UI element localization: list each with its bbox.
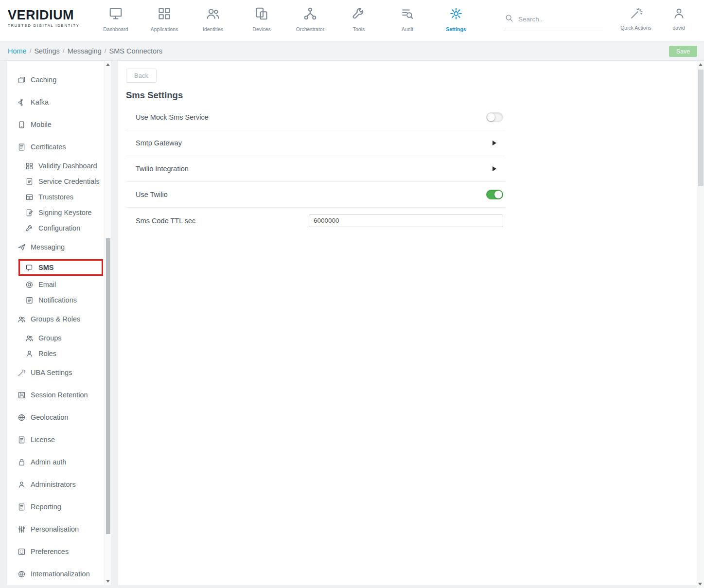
use-twilio-label: Use Twilio — [136, 191, 168, 198]
admin-auth-icon — [18, 458, 26, 466]
sidebar-item-truststores[interactable]: Truststores — [7, 189, 111, 205]
sidebar-item-caching[interactable]: Caching — [7, 69, 111, 91]
use-mock-sms-service-toggle[interactable] — [486, 112, 503, 122]
save-button[interactable]: Save — [669, 46, 697, 57]
sidebar-item-geolocation[interactable]: Geolocation — [7, 406, 111, 428]
sidebar-item-label: Certificates — [31, 142, 66, 152]
nav-settings[interactable]: Settings — [432, 4, 480, 32]
identities-icon — [206, 6, 220, 23]
sidebar-item-messaging[interactable]: Messaging — [7, 236, 111, 258]
sidebar-scrollbar-thumb[interactable] — [106, 238, 110, 534]
groups-icon — [25, 334, 34, 342]
sidebar-item-label: Messaging — [31, 242, 65, 252]
sidebar-item-label: Signing Keystore — [38, 208, 92, 217]
breadcrumb-item-settings[interactable]: Settings — [34, 47, 59, 55]
sidebar-item-label: Service Credentials — [38, 177, 100, 186]
sidebar-item-license[interactable]: License — [7, 428, 111, 451]
email-icon — [25, 281, 34, 289]
configuration-icon — [25, 224, 34, 232]
sidebar-item-kafka[interactable]: Kafka — [7, 91, 111, 113]
nav-label: Dashboard — [103, 26, 128, 32]
sidebar-item-label: Configuration — [38, 223, 80, 233]
sms-code-ttl-sec-input[interactable] — [309, 214, 503, 227]
devices-icon — [254, 6, 269, 23]
breadcrumb-item-messaging[interactable]: Messaging — [68, 47, 102, 55]
toggle-knob — [487, 113, 495, 121]
groups-roles-icon — [18, 315, 26, 323]
nav-tools[interactable]: Tools — [334, 4, 383, 32]
uba-settings-icon — [18, 369, 26, 377]
nav-label: Orchestrator — [296, 26, 324, 32]
page-scroll-down-icon[interactable] — [698, 583, 702, 586]
back-button[interactable]: Back — [126, 69, 157, 83]
sidebar-item-personalisation[interactable]: Personalisation — [7, 518, 111, 540]
page: VERIDIUM TRUSTED DIGITAL IDENTITY Dashbo… — [0, 0, 704, 588]
breadcrumb-item-home[interactable]: Home — [8, 47, 27, 55]
nav-identities[interactable]: Identities — [189, 4, 237, 32]
scroll-down-icon[interactable] — [106, 580, 110, 583]
sidebar-item-label: Truststores — [38, 192, 73, 202]
sidebar-item-preferences[interactable]: Preferences — [7, 540, 111, 563]
veridium-logo[interactable]: VERIDIUM TRUSTED DIGITAL IDENTITY — [8, 8, 80, 28]
breadcrumb: Home/Settings/Messaging/SMS Connectors — [7, 47, 165, 55]
sidebar-item-admin-auth[interactable]: Admin auth — [7, 451, 111, 473]
sidebar-item-mobile[interactable]: Mobile — [7, 113, 111, 136]
quick-actions-button[interactable]: Quick Actions — [615, 4, 657, 31]
truststores-icon — [25, 193, 34, 201]
breadcrumb-bar: Home/Settings/Messaging/SMS Connectors S… — [0, 41, 704, 61]
breadcrumb-item-sms-connectors: SMS Connectors — [109, 47, 163, 55]
administrators-icon — [18, 481, 26, 489]
personalisation-icon — [18, 525, 26, 534]
sidebar-item-groups-roles[interactable]: Groups & Roles — [7, 308, 111, 330]
breadcrumb-separator: / — [63, 47, 65, 54]
sidebar-item-session-retention[interactable]: Session Retention — [7, 384, 111, 406]
settings-icon — [449, 6, 463, 23]
logo-text: VERIDIUM — [8, 8, 80, 23]
smtp-gateway-row: Smtp Gateway — [126, 130, 505, 156]
service-credentials-icon — [25, 178, 34, 186]
nav-applications[interactable]: Applications — [140, 4, 189, 32]
roles-icon — [25, 350, 34, 358]
scroll-up-icon[interactable] — [106, 63, 110, 66]
geolocation-icon — [18, 413, 26, 422]
nav-label: Settings — [446, 26, 466, 32]
user-icon — [672, 7, 686, 22]
certificates-icon — [18, 143, 26, 151]
sidebar-item-internationalization[interactable]: Internationalization — [7, 563, 111, 585]
sidebar-item-administrators[interactable]: Administrators — [7, 473, 111, 496]
search-input[interactable] — [518, 16, 596, 23]
nav-audit[interactable]: Audit — [383, 4, 432, 32]
sidebar-item-label: Session Retention — [31, 390, 88, 400]
sidebar-item-reporting[interactable]: Reporting — [7, 496, 111, 518]
sidebar-item-configuration[interactable]: Configuration — [7, 220, 111, 236]
audit-icon — [400, 6, 415, 23]
nav-orchestrator[interactable]: Orchestrator — [286, 4, 334, 32]
page-scrollbar[interactable] — [697, 61, 704, 588]
twilio-integration-row: Twilio Integration — [126, 156, 505, 182]
sidebar-item-uba-settings[interactable]: UBA Settings — [7, 361, 111, 384]
twilio-integration-expand-icon[interactable] — [493, 166, 496, 171]
sidebar-item-signing-keystore[interactable]: Signing Keystore — [7, 205, 111, 220]
sidebar-item-label: Validity Dashboard — [38, 161, 97, 171]
use-twilio-toggle[interactable] — [486, 190, 503, 199]
sidebar-item-notifications[interactable]: Notifications — [7, 292, 111, 308]
sidebar-item-label: Mobile — [31, 120, 52, 129]
sidebar-item-email[interactable]: Email — [7, 277, 111, 292]
nav-dashboard[interactable]: Dashboard — [91, 4, 140, 32]
page-scrollbar-thumb[interactable] — [698, 70, 704, 186]
page-scroll-up-icon[interactable] — [699, 63, 703, 66]
sidebar-item-certificates[interactable]: Certificates — [7, 136, 111, 158]
sidebar-item-sms[interactable]: SMS — [18, 259, 103, 276]
breadcrumb-separator: / — [30, 47, 32, 54]
nav-devices[interactable]: Devices — [237, 4, 286, 32]
sidebar-item-validity-dashboard[interactable]: Validity Dashboard — [7, 158, 111, 174]
sidebar-item-service-credentials[interactable]: Service Credentials — [7, 174, 111, 189]
sms-code-ttl-sec-label: Sms Code TTL sec — [136, 217, 195, 225]
sidebar-item-groups[interactable]: Groups — [7, 330, 111, 346]
user-menu[interactable]: david — [657, 4, 700, 31]
smtp-gateway-expand-icon[interactable] — [493, 141, 496, 145]
sidebar-item-roles[interactable]: Roles — [7, 346, 111, 361]
toggle-knob — [494, 191, 502, 198]
sidebar-scrollbar[interactable] — [105, 61, 111, 585]
nav-label: Devices — [252, 26, 270, 32]
